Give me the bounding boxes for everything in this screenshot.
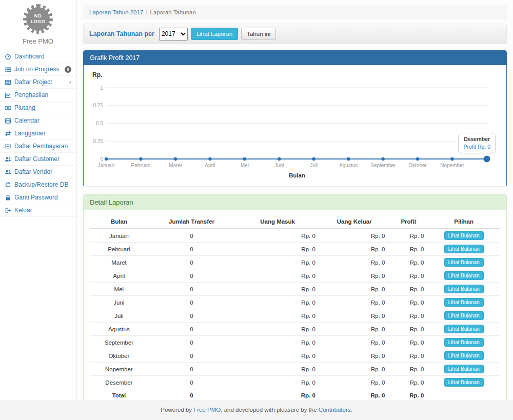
table-cell: Agustus	[90, 323, 148, 336]
breadcrumb-link[interactable]: Laporan Tahun 2017	[89, 9, 143, 15]
lihat-bulanan-button[interactable]: Lihat Bulanan	[444, 298, 484, 307]
footer: Powered by Free PMO, and developed with …	[0, 400, 513, 420]
table-cell: 0	[148, 349, 236, 363]
table-cell: Rp. 0	[320, 349, 389, 363]
sidebar-item-dashboard[interactable]: Dashboard	[0, 50, 76, 63]
svg-text:0.5: 0.5	[96, 121, 103, 126]
sidebar-item-piutang[interactable]: Piutang	[0, 102, 76, 114]
lock-icon	[5, 194, 12, 201]
lihat-bulanan-button[interactable]: Lihat Bulanan	[444, 245, 484, 253]
svg-text:1: 1	[100, 85, 103, 91]
table-cell-action: Lihat Bulanan	[428, 363, 500, 376]
lihat-bulanan-button[interactable]: Lihat Bulanan	[444, 338, 484, 347]
svg-text:0: 0	[100, 156, 103, 162]
footer-text-prefix: Powered by	[161, 407, 193, 413]
no-logo-badge: NO LOGO	[23, 4, 53, 34]
sidebar-item-daftar-vendor[interactable]: Daftar Vendor	[0, 166, 76, 178]
app-brand: Free PMO	[0, 37, 76, 50]
year-select[interactable]: 2017	[159, 28, 188, 41]
table-cell: 0	[148, 363, 236, 376]
tooltip-title: Desember	[463, 136, 490, 142]
sidebar-nav: DashboardJob on Progress0Daftar Project‹…	[0, 50, 76, 217]
lihat-bulanan-button[interactable]: Lihat Bulanan	[444, 325, 484, 333]
x-axis-label: Bulan	[106, 172, 488, 178]
lihat-bulanan-button[interactable]: Lihat Bulanan	[444, 378, 484, 387]
logo-text-line2: LOGO	[31, 19, 46, 25]
svg-text:Juli: Juli	[310, 163, 318, 168]
footer-text-middle: , and developed with pleasure by the	[221, 407, 319, 413]
sidebar-item-calendar[interactable]: Calendar	[0, 114, 76, 127]
table-cell: Rp. 0	[235, 363, 320, 376]
column-header-jumlah-transfer: Jumlah Transfer	[148, 215, 236, 229]
tooltip-value: Profit Rp: 0	[463, 144, 490, 150]
table-cell-action: Lihat Bulanan	[428, 336, 500, 349]
lihat-bulanan-button[interactable]: Lihat Bulanan	[444, 351, 484, 360]
sidebar-item-keluar[interactable]: Keluar	[0, 204, 76, 217]
users-icon	[5, 156, 12, 163]
chart-plot-area: 00.250.50.751JanuariPebruariMaretAprilMe…	[84, 65, 506, 187]
sidebar-item-daftar-pembayaran[interactable]: Daftar Pembayaran	[0, 140, 76, 153]
logo: NO LOGO Free PMO	[0, 0, 76, 50]
table-cell: Rp. 0	[320, 376, 389, 389]
table-cell: Rp. 0	[235, 283, 320, 296]
table-cell: Rp. 0	[320, 283, 389, 296]
table-cell: Rp. 0	[235, 229, 320, 243]
dashboard-icon	[5, 53, 12, 60]
table-cell: 0	[148, 243, 236, 256]
sidebar-item-daftar-customer[interactable]: Daftar Customer	[0, 153, 76, 166]
footer-brand-link[interactable]: Free PMO	[193, 407, 221, 413]
table-cell: 0	[148, 283, 236, 296]
table-cell: Rp. 0	[235, 336, 320, 349]
table-cell-action: Lihat Bulanan	[428, 323, 500, 336]
table-cell: Pebruari	[90, 243, 148, 256]
lihat-laporan-button[interactable]: Lihat Laporan	[191, 28, 238, 40]
sidebar-item-label: Daftar Customer	[14, 155, 60, 163]
table-cell: Rp. 0	[389, 256, 428, 269]
sidebar: NO LOGO Free PMO DashboardJob on Progres…	[0, 0, 76, 400]
table-cell: Rp. 0	[320, 309, 389, 323]
lihat-bulanan-button[interactable]: Lihat Bulanan	[444, 311, 484, 320]
sidebar-item-daftar-project[interactable]: Daftar Project‹	[0, 76, 76, 89]
table-cell: Rp. 0	[320, 256, 389, 269]
sign-out-icon	[5, 207, 12, 214]
table-cell: Rp. 0	[389, 283, 428, 296]
list-icon	[5, 66, 12, 73]
footer-contributors-link[interactable]: Contributors.	[319, 407, 352, 413]
table-cell: 0	[148, 229, 236, 243]
lihat-bulanan-button[interactable]: Lihat Bulanan	[444, 365, 484, 373]
breadcrumb-current: Laporan Tahunan	[150, 9, 196, 15]
svg-text:0.25: 0.25	[93, 138, 104, 144]
table-row: April0Rp. 0Rp. 0Rp. 0Lihat Bulanan	[90, 269, 500, 283]
lihat-bulanan-button[interactable]: Lihat Bulanan	[444, 258, 484, 267]
sidebar-item-job-on-progress[interactable]: Job on Progress0	[0, 63, 76, 76]
sidebar-item-langganan[interactable]: Langganan	[0, 127, 76, 140]
sidebar-item-label: Keluar	[14, 207, 32, 214]
lihat-bulanan-button[interactable]: Lihat Bulanan	[444, 231, 484, 240]
svg-text:April: April	[205, 163, 215, 168]
lihat-bulanan-button[interactable]: Lihat Bulanan	[444, 285, 484, 293]
table-row: Desember0Rp. 0Rp. 0Rp. 0Lihat Bulanan	[90, 376, 500, 389]
table-row: Mei0Rp. 0Rp. 0Rp. 0Lihat Bulanan	[90, 283, 500, 296]
table-cell: 0	[148, 376, 236, 389]
sidebar-item-backup-restore-db[interactable]: Backup/Restore DB	[0, 178, 76, 191]
report-panel-title: Detail Laporan	[84, 195, 506, 210]
total-cell	[428, 389, 500, 401]
table-cell: Mei	[90, 283, 148, 296]
table-cell-action: Lihat Bulanan	[428, 229, 500, 243]
svg-text:Mei: Mei	[241, 163, 249, 168]
sidebar-item-ganti-password[interactable]: Ganti Password	[0, 191, 76, 204]
table-cell: Rp. 0	[389, 269, 428, 283]
svg-text:0.75: 0.75	[93, 103, 104, 108]
chart-tooltip: Desember Profit Rp: 0	[458, 133, 496, 153]
column-header-uang-masuk: Uang Masuk	[235, 215, 320, 229]
lihat-bulanan-button[interactable]: Lihat Bulanan	[444, 271, 484, 280]
svg-text:Nopember: Nopember	[440, 163, 464, 168]
table-cell: Rp. 0	[235, 376, 320, 389]
sidebar-item-label: Job on Progress	[14, 66, 59, 73]
table-cell-action: Lihat Bulanan	[428, 269, 500, 283]
table-cell: Rp. 0	[389, 336, 428, 349]
sidebar-item-penghasilan[interactable]: Penghasilan	[0, 89, 76, 102]
tahun-ini-button[interactable]: Tahun ini	[241, 28, 276, 40]
breadcrumb-separator: /	[146, 9, 147, 15]
sidebar-item-label: Penghasilan	[14, 91, 48, 98]
